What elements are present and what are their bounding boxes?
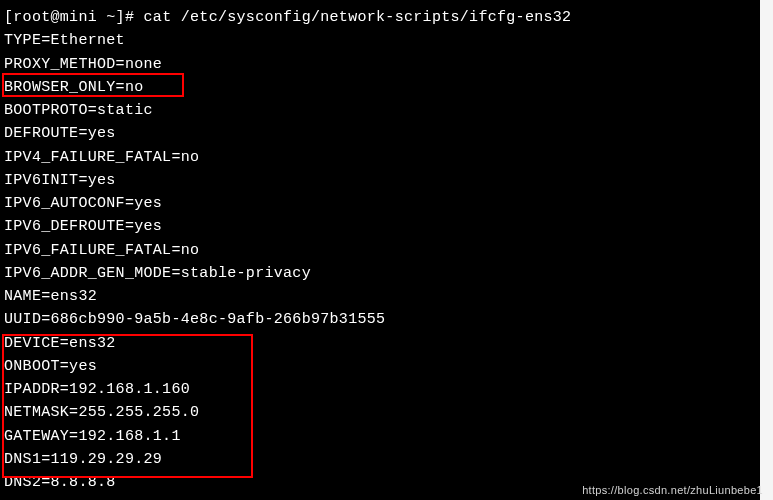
output-line: IPV6_FAILURE_FATAL=no	[4, 239, 756, 262]
output-line: TYPE=Ethernet	[4, 29, 756, 52]
output-line: IPV4_FAILURE_FATAL=no	[4, 146, 756, 169]
output-line: IPV6_DEFROUTE=yes	[4, 215, 756, 238]
output-line: UUID=686cb990-9a5b-4e8c-9afb-266b97b3155…	[4, 308, 756, 331]
watermark-text: https://blog.csdn.net/zhuLiunbebe1	[582, 484, 763, 496]
output-line: GATEWAY=192.168.1.1	[4, 425, 756, 448]
command-text: cat /etc/sysconfig/network-scripts/ifcfg…	[144, 9, 572, 26]
output-line: DNS1=119.29.29.29	[4, 448, 756, 471]
output-line: NAME=ens32	[4, 285, 756, 308]
output-line: IPV6_ADDR_GEN_MODE=stable-privacy	[4, 262, 756, 285]
shell-prompt: [root@mini ~]#	[4, 9, 144, 26]
output-line: BOOTPROTO=static	[4, 99, 756, 122]
output-line: PROXY_METHOD=none	[4, 53, 756, 76]
output-line: DEVICE=ens32	[4, 332, 756, 355]
output-line: BROWSER_ONLY=no	[4, 76, 756, 99]
output-line: IPV6INIT=yes	[4, 169, 756, 192]
output-line: ONBOOT=yes	[4, 355, 756, 378]
output-line: NETMASK=255.255.255.0	[4, 401, 756, 424]
output-line: IPADDR=192.168.1.160	[4, 378, 756, 401]
terminal-window[interactable]: [root@mini ~]# cat /etc/sysconfig/networ…	[0, 0, 760, 500]
prompt-line: [root@mini ~]# cat /etc/sysconfig/networ…	[4, 6, 756, 29]
output-line: DEFROUTE=yes	[4, 122, 756, 145]
output-line: IPV6_AUTOCONF=yes	[4, 192, 756, 215]
